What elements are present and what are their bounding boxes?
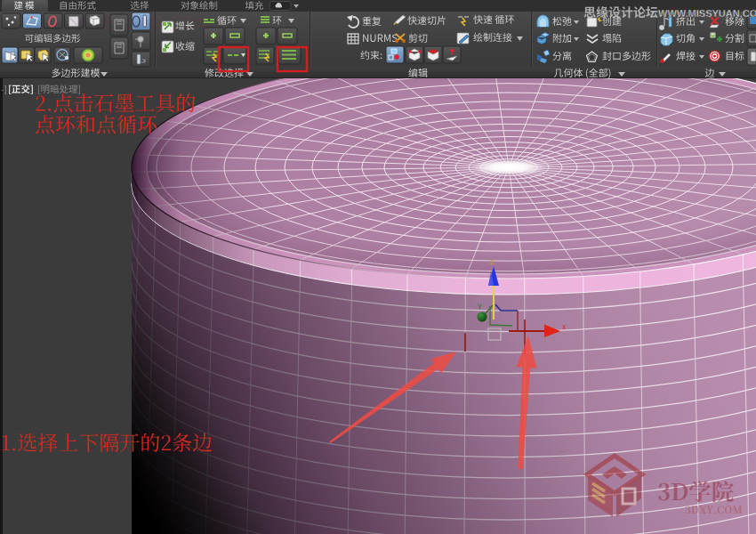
svg-text:WWW.MISSYUAN.COM: WWW.MISSYUAN.COM: [658, 8, 756, 19]
